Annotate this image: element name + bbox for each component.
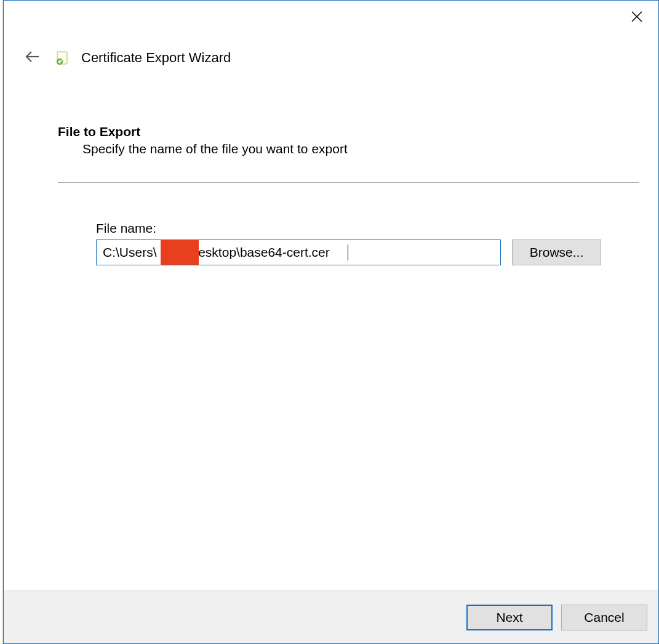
wizard-title: Certificate Export Wizard (81, 50, 231, 66)
file-name-label: File name: (96, 221, 634, 236)
file-field-row: Browse... (96, 239, 634, 265)
wizard-window: Certificate Export Wizard File to Export… (3, 0, 659, 644)
next-button[interactable]: Next (466, 605, 553, 630)
wizard-content: File to Export Specify the name of the f… (4, 69, 658, 590)
browse-button[interactable]: Browse... (512, 239, 601, 265)
file-field-block: File name: Browse... (58, 221, 634, 265)
back-button[interactable] (22, 46, 43, 69)
redaction-overlay (161, 240, 199, 265)
close-button[interactable] (621, 1, 658, 25)
file-name-input[interactable] (96, 239, 501, 265)
divider (58, 182, 639, 183)
page-heading: File to Export (58, 124, 634, 139)
titlebar (4, 1, 658, 35)
cancel-button[interactable]: Cancel (561, 605, 647, 630)
file-input-wrap (96, 239, 501, 265)
page-subheading: Specify the name of the file you want to… (58, 142, 634, 156)
certificate-wizard-icon (54, 50, 70, 66)
back-arrow-icon (25, 49, 41, 65)
wizard-header: Certificate Export Wizard (4, 35, 658, 69)
close-icon (631, 11, 642, 22)
wizard-footer: Next Cancel (4, 590, 658, 643)
text-caret (348, 244, 348, 260)
